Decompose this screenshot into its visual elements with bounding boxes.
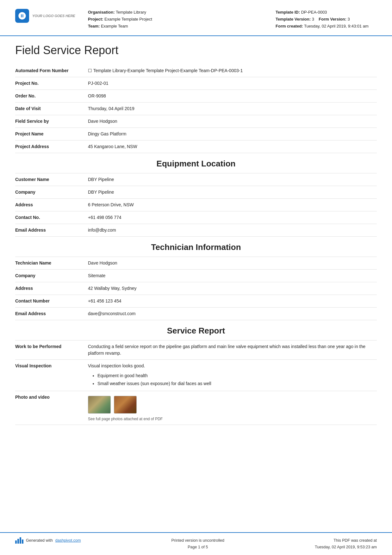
field-label: Email Address [15,224,82,237]
footer-right: This PDF was created at Tuesday, 02 Apri… [315,537,377,551]
project-value: Example Template Project [104,17,152,22]
form-created-label: Form created: [276,24,303,28]
template-id-line: Template ID: DP-PEA-0003 [276,9,377,16]
field-value: Dave Hodgson [82,115,377,128]
table-row: Address42 Wallaby Way, Sydney [15,282,377,295]
footer-center: Printed version is uncontrolled Page 1 o… [171,537,224,551]
footer-right-line1: This PDF was created at [315,537,377,544]
bar3 [20,537,21,544]
dashpivot-link[interactable]: dashpivot.com [55,538,81,543]
form-created-line: Form created: Tuesday, 02 April 2019, 9:… [276,23,377,30]
template-id-label: Template ID: [276,10,300,15]
table-row: CompanySitemate [15,270,377,282]
field-value: dave@smconstruct.com [82,308,377,320]
photo-caption: See full page photos attached at end of … [88,416,374,422]
header-meta: Organisation: Template Library Project: … [88,9,266,30]
field-label: Visual Inspection [15,360,82,391]
footer-right-line2: Tuesday, 02 April 2019, 9:53:23 am [315,544,377,551]
page-title: Field Service Report [15,44,377,57]
table-row: Date of VisitThursday, 04 April 2019 [15,103,377,115]
table-row: Project NameDingy Gas Platform [15,128,377,140]
form-fields-table: Automated Form Number☐ Template Library-… [15,65,377,153]
header-right: Template ID: DP-PEA-0003 Template Versio… [276,9,377,30]
equipment-fields-table: Customer NameDBY PipelineCompanyDBY Pipe… [15,173,377,237]
main-content: Field Service Report Automated Form Numb… [0,36,392,532]
logo-box: YOUR LOGO GOES HERE [15,9,78,23]
field-label: Address [15,199,82,211]
template-version-value: 3 [312,17,314,22]
field-label: Company [15,186,82,199]
field-value: PJ-002-01 [82,77,377,90]
logo-text: YOUR LOGO GOES HERE [32,14,75,18]
table-row: Work to be PerformedConducting a field s… [15,340,377,360]
header: YOUR LOGO GOES HERE Organisation: Templa… [0,0,392,36]
project-label: Project: [88,17,103,22]
table-row: Address6 Peterson Drive, NSW [15,199,377,211]
form-created-value: Tuesday, 02 April 2019, 9:43:01 am [304,24,369,28]
service-section-header: Service Report [15,320,377,340]
template-version-label: Template Version: [276,17,311,22]
team-label: Team: [88,24,100,28]
table-row: Photo and videoSee full page photos atta… [15,391,377,425]
equipment-section-header: Equipment Location [15,153,377,173]
field-label: Order No. [15,90,82,103]
field-value: DBY Pipeline [82,173,377,186]
field-value: Conducting a field service report on the… [82,340,377,360]
field-label: Automated Form Number [15,65,82,77]
footer: Generated with dashpivot.com Printed ver… [0,532,392,555]
footer-center-line1: Printed version is uncontrolled [171,537,224,544]
field-value: info@dby.com [82,224,377,237]
field-label: Work to be Performed [15,340,82,360]
field-value: Dingy Gas Platform [82,128,377,140]
field-value: OR-9098 [82,90,377,103]
generated-text: Generated with [26,538,53,543]
photo-thumb-1 [88,396,111,414]
footer-center-line2: Page 1 of 5 [171,544,224,551]
field-label: Date of Visit [15,103,82,115]
field-label: Technician Name [15,257,82,270]
team-line: Team: Example Team [88,23,266,30]
photo-row [88,396,374,414]
table-row: Project Address45 Kangaroo Lane, NSW [15,140,377,153]
field-label: Customer Name [15,173,82,186]
field-value: +61 456 123 454 [82,295,377,308]
field-label: Photo and video [15,391,82,425]
technician-fields-table: Technician NameDave HodgsonCompanySitema… [15,257,377,320]
footer-bars-icon [15,537,23,544]
field-label: Field Service by [15,115,82,128]
bar1 [15,540,17,544]
org-label: Organisation: [88,10,115,15]
team-value: Example Team [101,24,128,28]
field-label: Email Address [15,308,82,320]
table-row: Field Service byDave Hodgson [15,115,377,128]
bar2 [17,539,19,544]
org-line: Organisation: Template Library [88,9,266,16]
field-text: Visual inspection looks good. [88,363,374,369]
list-item: Equipment in good health [97,372,374,380]
field-value: 6 Peterson Drive, NSW [82,199,377,211]
table-row: Contact Number+61 456 123 454 [15,295,377,308]
bar4 [22,539,23,544]
footer-left: Generated with dashpivot.com [15,537,81,544]
logo-svg [18,11,27,20]
field-label: Project No. [15,77,82,90]
field-label: Company [15,270,82,282]
table-row: Contact No.+61 498 056 774 [15,211,377,224]
field-value: Visual inspection looks good.Equipment i… [82,360,377,391]
bullet-list: Equipment in good healthSmall weather is… [97,372,374,388]
field-value: 42 Wallaby Way, Sydney [82,282,377,295]
technician-section-header: Technician Information [15,237,377,257]
table-row: Email Addressdave@smconstruct.com [15,308,377,320]
org-value: Template Library [116,10,146,15]
form-version-value: 3 [347,17,350,22]
form-version-label: Form Version: [319,17,346,22]
field-label: Contact No. [15,211,82,224]
field-label: Contact Number [15,295,82,308]
table-row: Customer NameDBY Pipeline [15,173,377,186]
field-value: Sitemate [82,270,377,282]
table-row: Project No.PJ-002-01 [15,77,377,90]
photo-thumb-2 [114,396,137,414]
list-item: Small weather issues (sun exposure) for … [97,380,374,388]
page: YOUR LOGO GOES HERE Organisation: Templa… [0,0,392,555]
field-value: DBY Pipeline [82,186,377,199]
